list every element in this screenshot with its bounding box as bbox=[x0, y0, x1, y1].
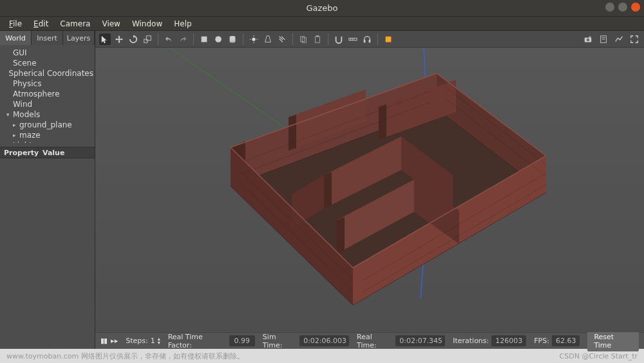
main-area: World Insert Layers GUI Scene Spherical … bbox=[0, 31, 644, 349]
undo-icon[interactable] bbox=[163, 33, 175, 45]
svg-point-3 bbox=[215, 36, 222, 42]
property-body bbox=[0, 158, 95, 349]
window-title: Gazebo bbox=[306, 3, 337, 13]
reset-time-button[interactable]: Reset Time bbox=[587, 331, 639, 351]
iterations-label: Iterations: bbox=[453, 337, 489, 345]
caret-right-icon: ▸ bbox=[6, 142, 12, 143]
pointer-icon[interactable] bbox=[99, 33, 111, 45]
3d-viewport[interactable] bbox=[95, 48, 644, 332]
svg-marker-49 bbox=[337, 217, 345, 254]
menubar: File Edit Camera View Window Help bbox=[0, 17, 644, 31]
tree-item-lights[interactable]: ▸Lights bbox=[1, 140, 93, 143]
menu-view[interactable]: View bbox=[97, 18, 125, 30]
paste-icon[interactable] bbox=[312, 33, 323, 45]
step-forward-icon[interactable]: ▸▸ bbox=[111, 337, 118, 345]
tree-item-gui[interactable]: GUI bbox=[1, 48, 93, 58]
scale-icon[interactable] bbox=[142, 33, 153, 45]
steps-field: Steps: 1 ▴▾ bbox=[126, 337, 160, 345]
menu-file[interactable]: File bbox=[4, 18, 27, 30]
pause-icon[interactable]: ▮▮ bbox=[100, 337, 107, 345]
record-icon[interactable] bbox=[383, 33, 394, 45]
close-icon[interactable] bbox=[631, 3, 640, 12]
rotate-icon[interactable] bbox=[128, 33, 139, 45]
redo-icon[interactable] bbox=[177, 33, 189, 45]
window-titlebar: Gazebo bbox=[0, 0, 644, 17]
tree-item-models[interactable]: ▾Models bbox=[1, 109, 93, 120]
tree-label: maze bbox=[19, 131, 41, 140]
svg-rect-25 bbox=[386, 36, 392, 42]
separator bbox=[328, 33, 328, 45]
tree-item-wind[interactable]: Wind bbox=[1, 99, 93, 109]
steps-label: Steps: bbox=[126, 337, 147, 345]
spot-light-icon[interactable] bbox=[262, 33, 274, 45]
tree-label: Atmosphere bbox=[13, 89, 60, 98]
fullscreen-icon[interactable] bbox=[629, 33, 640, 45]
menu-help[interactable]: Help bbox=[169, 18, 196, 30]
property-col-property: Property bbox=[0, 147, 39, 158]
statusbar: ▮▮ ▸▸ Steps: 1 ▴▾ Real Time Factor: 0.99… bbox=[95, 332, 644, 349]
directional-light-icon[interactable] bbox=[276, 33, 288, 45]
tab-layers[interactable]: Layers bbox=[63, 31, 95, 45]
menu-window[interactable]: Window bbox=[127, 18, 167, 30]
tree-item-physics[interactable]: Physics bbox=[1, 79, 93, 89]
svg-marker-42 bbox=[289, 115, 296, 151]
maximize-icon[interactable] bbox=[618, 3, 627, 12]
svg-rect-19 bbox=[349, 38, 357, 41]
point-light-icon[interactable] bbox=[248, 33, 260, 45]
tree-label: Lights bbox=[13, 141, 36, 143]
rtf-field: Real Time Factor: 0.99 bbox=[168, 333, 255, 349]
caret-right-icon: ▸ bbox=[13, 122, 18, 128]
menu-edit[interactable]: Edit bbox=[28, 18, 53, 30]
separator bbox=[377, 33, 378, 45]
caret-right-icon: ▸ bbox=[13, 132, 18, 138]
separator bbox=[243, 33, 243, 45]
svg-rect-0 bbox=[144, 39, 147, 42]
tree-label: ground_plane bbox=[19, 120, 72, 129]
tree-item-maze[interactable]: ▸maze bbox=[1, 130, 93, 140]
footer-left: www.toymoban.com 网络图片仅供展示，非存储，如有侵权请联系删除。 bbox=[6, 351, 244, 361]
snap-icon[interactable] bbox=[333, 33, 345, 45]
tree-label: Models bbox=[13, 110, 40, 119]
rtf-label: Real Time Factor: bbox=[168, 333, 227, 349]
svg-rect-24 bbox=[369, 39, 371, 42]
measure-icon[interactable] bbox=[347, 33, 359, 45]
tree-item-ground-plane[interactable]: ▸ground_plane bbox=[1, 120, 93, 130]
svg-rect-28 bbox=[589, 36, 591, 37]
minimize-icon[interactable] bbox=[605, 3, 614, 12]
svg-marker-46 bbox=[324, 172, 332, 209]
world-tree[interactable]: GUI Scene Spherical Coordinates Physics … bbox=[0, 45, 95, 143]
tab-world[interactable]: World bbox=[0, 31, 32, 45]
copy-icon[interactable] bbox=[298, 33, 309, 45]
tree-label: Spherical Coordinates bbox=[8, 69, 93, 78]
scene-render bbox=[95, 48, 644, 332]
steps-stepper-icon[interactable]: ▴▾ bbox=[158, 337, 160, 345]
plot-icon[interactable] bbox=[613, 33, 625, 45]
svg-point-27 bbox=[587, 38, 589, 41]
svg-point-6 bbox=[230, 40, 236, 42]
svg-rect-1 bbox=[146, 35, 151, 40]
box-primitive-icon[interactable] bbox=[198, 33, 210, 45]
camera-icon[interactable] bbox=[582, 33, 594, 45]
tab-insert[interactable]: Insert bbox=[32, 31, 63, 45]
separator bbox=[292, 33, 293, 45]
fps-label: FPS: bbox=[534, 337, 549, 345]
viewport-wrap: ▮▮ ▸▸ Steps: 1 ▴▾ Real Time Factor: 0.99… bbox=[95, 31, 644, 349]
svg-rect-18 bbox=[316, 35, 319, 37]
sphere-primitive-icon[interactable] bbox=[213, 33, 224, 45]
fps-value: 62.63 bbox=[552, 335, 580, 346]
real-time-label: Real Time: bbox=[357, 333, 393, 349]
svg-line-34 bbox=[169, 48, 295, 135]
headphones-icon[interactable] bbox=[361, 33, 373, 45]
left-panel: World Insert Layers GUI Scene Spherical … bbox=[0, 31, 95, 349]
cylinder-primitive-icon[interactable] bbox=[227, 33, 238, 45]
log-icon[interactable] bbox=[598, 33, 609, 45]
tree-item-scene[interactable]: Scene bbox=[1, 58, 93, 68]
tree-item-atmosphere[interactable]: Atmosphere bbox=[1, 89, 93, 99]
menu-camera[interactable]: Camera bbox=[55, 18, 95, 30]
translate-icon[interactable] bbox=[113, 33, 125, 45]
tree-item-spherical[interactable]: Spherical Coordinates bbox=[1, 68, 93, 79]
property-header: Property Value bbox=[0, 147, 95, 158]
svg-point-7 bbox=[252, 37, 255, 41]
svg-rect-23 bbox=[364, 39, 366, 42]
svg-marker-44 bbox=[379, 104, 386, 140]
